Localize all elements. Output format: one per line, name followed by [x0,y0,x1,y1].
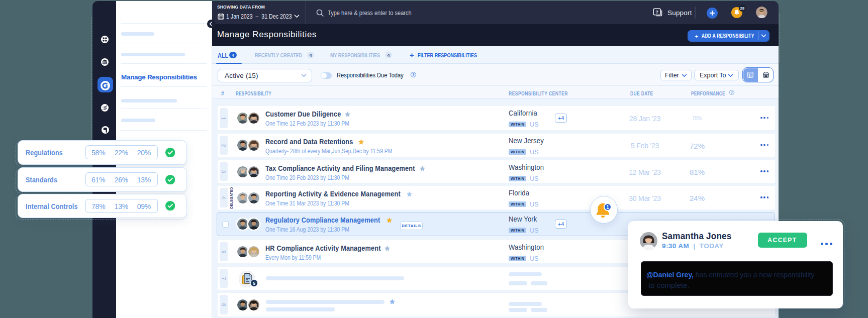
svg-text:?: ? [655,9,658,15]
